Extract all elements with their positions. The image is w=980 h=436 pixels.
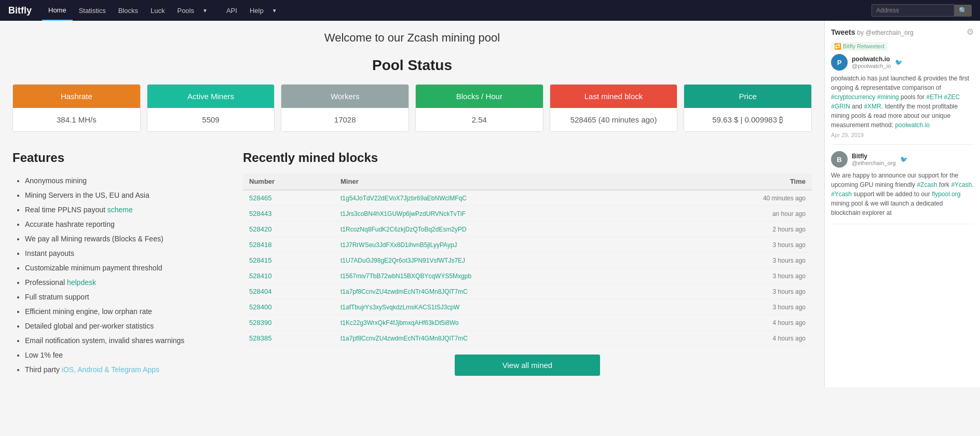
search-button[interactable]: 🔍 <box>955 5 972 17</box>
block-time: 3 hours ago <box>679 284 812 299</box>
list-item: Accurate hashrate reporting <box>25 217 230 231</box>
block-number[interactable]: 528404 <box>243 284 334 299</box>
tweet-author-1: P poolwatch.io @poolwatch_io 🐦 <box>831 54 974 71</box>
nav-link-pools[interactable]: Pools ▼ <box>171 0 220 21</box>
hashtag-link[interactable]: #Zcash <box>917 181 937 188</box>
list-item: Email notification system, invalid share… <box>25 333 230 348</box>
tweet-author-info-2: Bitfly @etherchain_org <box>852 153 896 166</box>
nav-item-pools[interactable]: Pools ▼ <box>171 0 220 21</box>
block-miner[interactable]: t1Kc22g3WrxQkF4fJjbmxqAHf63kDt5i8Wo <box>334 315 679 331</box>
block-miner[interactable]: t1RcozNq8FudK2C6zkjDzQToBq2dEsm2yPD <box>334 222 679 237</box>
list-item: Anonymous mining <box>25 173 230 188</box>
stat-header-workers: Workers <box>281 85 409 108</box>
block-time: 40 minutes ago <box>679 190 812 206</box>
tweet-avatar-1: P <box>831 54 848 71</box>
tweet-handle-1: @poolwatch_io <box>852 63 891 69</box>
block-time: 4 hours ago <box>679 331 812 346</box>
stat-header-active-miners: Active Miners <box>147 85 275 108</box>
hashtag-link[interactable]: #Ycash <box>831 190 852 198</box>
block-number[interactable]: 528410 <box>243 268 334 284</box>
block-number[interactable]: 528465 <box>243 190 334 206</box>
hashtag-link[interactable]: #Ycash <box>951 181 972 188</box>
block-miner[interactable]: t1a7pf8CcnvZU4zwdmEcNTr4GMn8JQlT7mC <box>334 331 679 346</box>
block-time: 3 hours ago <box>679 237 812 253</box>
list-item: Professional helpdesk <box>25 275 230 290</box>
nav-link-luck[interactable]: Luck <box>144 0 171 21</box>
block-time: 3 hours ago <box>679 253 812 268</box>
table-row: 528420 t1RcozNq8FudK2C6zkjDzQToBq2dEsm2y… <box>243 222 812 237</box>
tweets-settings-icon[interactable]: ⚙ <box>967 27 974 37</box>
block-time: 4 hours ago <box>679 315 812 331</box>
block-miner[interactable]: t1J7RrWSeu3JdFXx8D1ihvnB5jlLyyPAypJ <box>334 237 679 253</box>
nav-link-blocks[interactable]: Blocks <box>112 0 144 21</box>
block-number[interactable]: 528400 <box>243 299 334 315</box>
tweet-item-2: B Bitfly @etherchain_org 🐦 We are happy … <box>831 151 974 224</box>
block-number[interactable]: 528420 <box>243 222 334 237</box>
stat-header-price: Price <box>684 85 811 108</box>
brand-logo[interactable]: Bitfly <box>8 5 32 16</box>
table-row: 528385 t1a7pf8CcnvZU4zwdmEcNTr4GMn8JQlT7… <box>243 331 812 346</box>
tweet-author-2: B Bitfly @etherchain_org 🐦 <box>831 151 974 168</box>
tweets-title: Tweets by @etherchain_org <box>831 28 914 36</box>
stat-value-active-miners: 5509 <box>147 108 275 131</box>
nav-link-api[interactable]: API <box>220 0 243 21</box>
poolwatch-link[interactable]: poolwatch.io <box>895 121 930 129</box>
nav-item-help[interactable]: Help ▼ <box>243 0 290 21</box>
stat-header-blocks-hour: Blocks / Hour <box>416 85 543 108</box>
list-item: Customizable minimum payment threshold <box>25 261 230 275</box>
tweet-date-1: Apr 29, 2019 <box>831 132 974 138</box>
nav-item-home[interactable]: Home <box>42 0 73 21</box>
hashtag-link[interactable]: #cryptocurrency <box>831 93 875 101</box>
tweets-handle: by @etherchain_org <box>857 29 913 36</box>
block-time: 3 hours ago <box>679 299 812 315</box>
block-miner[interactable]: t1afTbujrYs3xySvqkdzLmsKACS1tSJ3cpW <box>334 299 679 315</box>
nav-link-home[interactable]: Home <box>42 0 73 21</box>
features-title: Features <box>12 151 230 165</box>
stat-card-last-mined: Last mined block 528465 (40 minutes ago) <box>550 84 678 132</box>
hashtag-link[interactable]: #GRIN <box>831 103 850 110</box>
helpdesk-link[interactable]: helpdesk <box>67 278 96 287</box>
hashtag-link[interactable]: #XMR <box>864 103 881 110</box>
tweet-name-1: poolwatch.io <box>852 56 891 63</box>
stat-value-hashrate: 384.1 MH/s <box>13 108 140 131</box>
scheme-link[interactable]: scheme <box>107 206 133 214</box>
view-all-mined-button[interactable]: View all mined <box>455 355 600 376</box>
hashtag-link[interactable]: #mining <box>877 93 899 101</box>
nav-item-blocks[interactable]: Blocks <box>112 0 144 21</box>
nav-link-statistics[interactable]: Statistics <box>73 0 112 21</box>
retweet-label: 🔁 Bitfly Retweeted <box>831 42 888 51</box>
block-miner[interactable]: t1U7ADuGJ98gE2Qr6ot3JPN91VsfWTJs7EJ <box>334 253 679 268</box>
block-number[interactable]: 528415 <box>243 253 334 268</box>
block-number[interactable]: 528443 <box>243 206 334 222</box>
block-miner[interactable]: t1Jrs3coBN4hX1GUWp6jwPzdURVNckTvTiF <box>334 206 679 222</box>
blocks-table: Number Miner Time 528465 t1g54JoTdV22dEV… <box>243 173 812 346</box>
block-number[interactable]: 528385 <box>243 331 334 346</box>
list-item: We pay all Mining rewards (Blocks & Fees… <box>25 231 230 246</box>
nav-item-statistics[interactable]: Statistics <box>73 0 112 21</box>
nav-item-api[interactable]: API <box>220 0 243 21</box>
tweet-text-1: poolwatch.io has just launched & provide… <box>831 74 974 130</box>
block-time: 3 hours ago <box>679 268 812 284</box>
tweet-text-2: We are happy to announce our support for… <box>831 171 974 217</box>
search-input[interactable] <box>872 4 955 17</box>
stat-value-price: 59.63 $ | 0.009983 ₿ <box>684 108 811 131</box>
apps-link[interactable]: iOS, Android & Telegram Apps <box>62 365 159 374</box>
block-time: 2 hours ago <box>679 222 812 237</box>
twitter-icon-1: 🐦 <box>895 59 903 66</box>
block-number[interactable]: 528390 <box>243 315 334 331</box>
nav-item-luck[interactable]: Luck <box>144 0 171 21</box>
stats-cards: Hashrate 384.1 MH/s Active Miners 5509 W… <box>12 84 812 132</box>
block-miner[interactable]: t1g54JoTdV22dEVoX7Jjzbr69aEbNWclMFqC <box>334 190 679 206</box>
flypool-link[interactable]: flypool.org <box>932 190 960 198</box>
table-row: 528443 t1Jrs3coBN4hX1GUWp6jwPzdURVNckTvT… <box>243 206 812 222</box>
hashtag-link[interactable]: #ZEC <box>944 93 960 101</box>
block-miner[interactable]: t1a7pf8CcnvZU4zwdmEcNTr4GMn8JQlT7mC <box>334 284 679 299</box>
block-number[interactable]: 528418 <box>243 237 334 253</box>
block-miner[interactable]: t1567miv7TbB72wbN15BXQBYcqWYS5Mxgpb <box>334 268 679 284</box>
main-content: Welcome to our Zcash mining pool Pool St… <box>0 21 824 387</box>
nav-link-help[interactable]: Help ▼ <box>243 0 290 21</box>
stat-card-price: Price 59.63 $ | 0.009983 ₿ <box>684 84 812 132</box>
two-col-section: Features Anonymous mining Mining Servers… <box>12 151 812 377</box>
table-row: 528465 t1g54JoTdV22dEVoX7Jjzbr69aEbNWclM… <box>243 190 812 206</box>
hashtag-link[interactable]: #ETH <box>926 93 942 101</box>
